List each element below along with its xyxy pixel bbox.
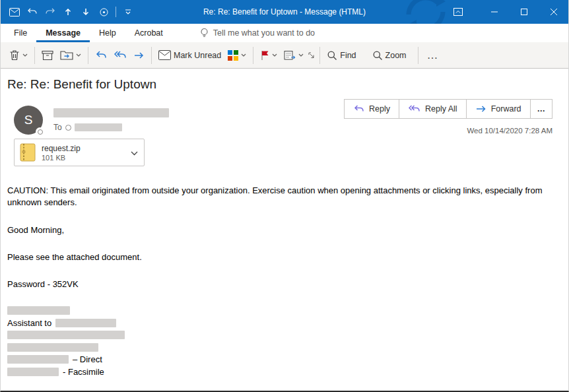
mark-unread-label: Mark Unread bbox=[174, 51, 221, 60]
tab-file[interactable]: File bbox=[5, 24, 36, 42]
reply-all-button-toolbar[interactable] bbox=[110, 46, 130, 65]
signature-line bbox=[7, 341, 562, 354]
forward-icon bbox=[133, 51, 145, 60]
redacted-text bbox=[7, 343, 98, 352]
toolbar-separator bbox=[253, 47, 253, 64]
window-controls bbox=[445, 0, 568, 24]
forward-button-toolbar[interactable] bbox=[130, 46, 148, 65]
signature-line: - Facsimile bbox=[7, 366, 562, 378]
customize-qat-icon[interactable] bbox=[122, 6, 134, 18]
message-subject: Re: Re: Benefit for Uptown bbox=[7, 77, 568, 92]
signature-line: – Direct bbox=[7, 353, 562, 366]
move-folder-icon bbox=[60, 50, 73, 60]
flag-icon bbox=[260, 50, 269, 61]
chevron-down-icon[interactable] bbox=[131, 147, 138, 158]
presence-indicator-icon bbox=[36, 127, 44, 136]
undo-icon[interactable] bbox=[26, 6, 38, 18]
close-button[interactable] bbox=[539, 0, 568, 24]
reply-button-toolbar[interactable] bbox=[92, 46, 110, 65]
find-button[interactable]: Find bbox=[323, 46, 359, 65]
reply-all-button[interactable]: Reply All bbox=[399, 99, 467, 119]
archive-icon bbox=[42, 50, 53, 61]
redo-icon[interactable] bbox=[44, 6, 56, 18]
recipient-name-redacted bbox=[75, 123, 122, 131]
attachment-meta: request.zip 101 KB bbox=[42, 144, 81, 162]
ribbon-toolbar: Mark Unread Find Zoom … bbox=[1, 42, 568, 69]
message-body: CAUTION: This email originated from outs… bbox=[7, 185, 567, 377]
zoom-icon bbox=[372, 50, 383, 61]
message-pane: Re: Re: Benefit for Uptown S To Reply bbox=[1, 69, 568, 391]
toolbar-separator bbox=[418, 47, 418, 64]
search-icon bbox=[327, 50, 337, 61]
reply-all-icon bbox=[408, 104, 420, 114]
recipient-row: To bbox=[53, 123, 122, 132]
sent-timestamp: Wed 10/14/2020 7:28 AM bbox=[467, 127, 552, 135]
lightbulb-icon bbox=[200, 28, 209, 38]
signature-line: Assistant to bbox=[7, 317, 562, 329]
ribbon-display-options-icon[interactable] bbox=[445, 0, 471, 24]
reply-label: Reply bbox=[369, 104, 390, 114]
maximize-button[interactable] bbox=[509, 0, 539, 24]
signature-assistant-label: Assistant to bbox=[7, 318, 51, 328]
tab-message[interactable]: Message bbox=[36, 24, 90, 42]
external-sender-caution: CAUTION: This email originated from outs… bbox=[7, 185, 562, 209]
dialog-launcher-icon[interactable] bbox=[307, 46, 316, 65]
delete-button[interactable] bbox=[6, 46, 31, 65]
signature-direct-label: – Direct bbox=[73, 354, 102, 364]
message-actions: Reply Reply All Forward … bbox=[344, 99, 552, 119]
sender-avatar[interactable]: S bbox=[14, 106, 43, 135]
move-button[interactable] bbox=[57, 46, 84, 65]
toolbar-separator bbox=[151, 47, 152, 64]
avatar-initial: S bbox=[24, 113, 33, 127]
redacted-text bbox=[7, 355, 69, 364]
attachment-tile[interactable]: request.zip 101 KB bbox=[14, 139, 145, 166]
tab-acrobat[interactable]: Acrobat bbox=[125, 24, 172, 42]
find-label: Find bbox=[340, 51, 356, 60]
categorize-icon bbox=[228, 50, 238, 61]
chevron-down-icon bbox=[298, 53, 304, 57]
mark-unread-button[interactable]: Mark Unread bbox=[155, 46, 224, 65]
archive-button[interactable] bbox=[38, 46, 57, 65]
ribbon-tab-strip: File Message Help Acrobat Tell me what y… bbox=[1, 24, 568, 42]
attachment-size: 101 KB bbox=[42, 154, 81, 162]
chevron-down-icon bbox=[272, 53, 277, 57]
recipient-presence-icon bbox=[65, 125, 71, 131]
zoom-label: Zoom bbox=[385, 51, 407, 60]
greeting-line: Good Morning, bbox=[7, 224, 562, 236]
attachment-name: request.zip bbox=[42, 144, 81, 153]
reply-all-icon bbox=[114, 50, 127, 60]
toolbar-separator bbox=[34, 47, 35, 64]
assign-policy-button[interactable] bbox=[281, 46, 307, 65]
forward-button[interactable]: Forward bbox=[466, 99, 531, 119]
qat-separator bbox=[116, 7, 116, 17]
titlebar: Re: Re: Benefit for Uptown - Message (HT… bbox=[1, 0, 568, 24]
toolbar-separator bbox=[88, 47, 88, 64]
tab-help[interactable]: Help bbox=[90, 24, 125, 42]
tell-me-box[interactable]: Tell me what you want to do bbox=[200, 28, 315, 38]
more-commands-button[interactable]: … bbox=[422, 49, 444, 61]
signature-facsimile-label: - Facsimile bbox=[63, 367, 104, 377]
chevron-down-icon bbox=[241, 53, 246, 57]
more-actions-button[interactable]: … bbox=[530, 99, 553, 119]
outlook-message-window: Re: Re: Benefit for Uptown - Message (HT… bbox=[0, 0, 569, 392]
zoom-button[interactable]: Zoom bbox=[369, 46, 410, 65]
categorize-button[interactable] bbox=[224, 46, 250, 65]
next-item-icon[interactable] bbox=[80, 6, 92, 18]
zip-file-icon bbox=[20, 143, 36, 162]
instruction-line: Please see the attached document. bbox=[7, 251, 562, 263]
previous-item-icon[interactable] bbox=[62, 6, 74, 18]
password-line: Password - 352VK bbox=[7, 278, 562, 290]
reply-button[interactable]: Reply bbox=[344, 99, 399, 119]
signature-line bbox=[7, 329, 562, 341]
tell-me-label: Tell me what you want to do bbox=[213, 28, 315, 38]
to-label: To bbox=[53, 123, 62, 132]
minimize-button[interactable] bbox=[479, 0, 509, 24]
signature-line bbox=[7, 304, 562, 317]
touch-mode-icon[interactable] bbox=[98, 6, 110, 18]
quick-access-toolbar bbox=[1, 6, 134, 18]
follow-up-button[interactable] bbox=[257, 46, 281, 65]
redacted-text bbox=[7, 306, 70, 315]
chevron-down-icon bbox=[76, 53, 81, 57]
email-message-icon[interactable] bbox=[9, 6, 20, 18]
reply-icon bbox=[95, 50, 107, 60]
